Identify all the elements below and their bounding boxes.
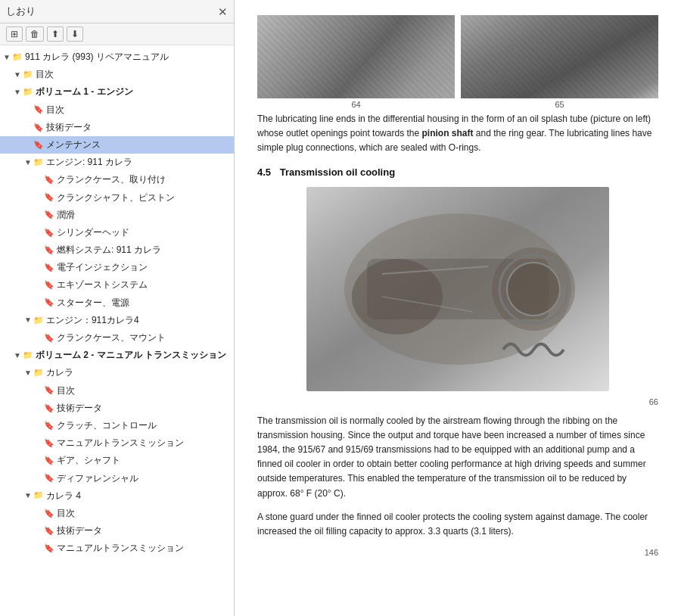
sidebar-tree: ▼📁911 カレラ (993) リペアマニュアル▼📁目次▼📁ボリューム 1 - … (0, 45, 234, 616)
tree-label-24: ギア、シャフト (57, 453, 120, 468)
tree-item-22[interactable]: 🔖クラッチ、コントロール (0, 417, 234, 434)
tree-item-15[interactable]: 🔖スターター、電源 (0, 294, 234, 312)
tree-label-21: 技術データ (57, 401, 102, 415)
bookmark-icon-20: 🔖 (44, 384, 54, 397)
tree-item-17[interactable]: 🔖クランクケース、マウント (0, 329, 234, 347)
sidebar-title: しおり (6, 5, 36, 18)
image-66-box (306, 187, 609, 391)
bookmark-icon-21: 🔖 (44, 402, 54, 415)
page-body: 64 65 The lubricating line ends in the d… (235, 0, 681, 616)
toggle-icon-2: ▼ (14, 69, 21, 81)
folder-icon-16: 📁 (33, 314, 44, 328)
tree-label-1: 911 カレラ (993) リペアマニュアル (25, 50, 169, 64)
tree-label-16: エンジン：911カレラ4 (46, 313, 139, 328)
tree-item-18[interactable]: ▼📁ボリューム 2 - マニュアル トランスミッション (0, 347, 234, 364)
tree-item-14[interactable]: 🔖エキゾーストシステム (0, 276, 234, 294)
folder-icon-7: 📁 (33, 156, 44, 170)
tree-label-12: 燃料システム: 911 カレラ (57, 243, 161, 257)
tree-item-11[interactable]: 🔖シリンダーヘッド (0, 224, 234, 241)
tree-label-19: カレラ (46, 366, 73, 380)
tree-label-5: 技術データ (46, 120, 92, 135)
tree-label-27: 目次 (57, 506, 75, 521)
tree-item-24[interactable]: 🔖ギア、シャフト (0, 452, 234, 469)
folder-icon-18: 📁 (23, 349, 33, 362)
tree-item-21[interactable]: 🔖技術データ (0, 400, 234, 417)
tree-item-2[interactable]: ▼📁目次 (0, 66, 234, 83)
folder-icon-26: 📁 (33, 489, 44, 502)
top-images-row: 64 65 (257, 15, 658, 109)
bookmark-icon-11: 🔖 (44, 226, 54, 240)
toggle-icon-3: ▼ (14, 86, 21, 98)
toggle-icon-16: ▼ (24, 314, 32, 326)
tree-label-14: エキゾーストシステム (57, 278, 148, 292)
tree-item-3[interactable]: ▼📁ボリューム 1 - エンジン (0, 83, 234, 101)
tree-item-16[interactable]: ▼📁エンジン：911カレラ4 (0, 312, 234, 329)
svg-point-5 (507, 263, 560, 316)
image-65 (461, 15, 658, 98)
tree-item-29[interactable]: 🔖マニュアルトランスミッション (0, 540, 234, 557)
sidebar-header: しおり ✕ (0, 0, 234, 23)
toolbar-delete-button[interactable]: 🗑 (26, 26, 44, 42)
tree-label-28: 技術データ (57, 524, 102, 538)
toggle-icon-26: ▼ (24, 490, 32, 502)
bookmark-icon-14: 🔖 (44, 278, 54, 292)
tree-item-23[interactable]: 🔖マニュアルトランスミッション (0, 434, 234, 452)
tree-item-19[interactable]: ▼📁カレラ (0, 364, 234, 381)
sidebar: しおり ✕ ⊞ 🗑 ⬆ ⬇ ▼📁911 カレラ (993) リペアマニュアル▼📁… (0, 0, 235, 616)
bookmark-icon-13: 🔖 (44, 261, 54, 275)
tree-item-26[interactable]: ▼📁カレラ 4 (0, 487, 234, 505)
toolbar-down-button[interactable]: ⬇ (67, 26, 83, 42)
tree-label-29: マニュアルトランスミッション (57, 541, 184, 555)
bookmark-icon-6: 🔖 (33, 138, 44, 152)
toggle-icon-1: ▼ (3, 51, 11, 64)
tree-item-10[interactable]: 🔖潤滑 (0, 207, 234, 224)
tree-item-8[interactable]: 🔖クランクケース、取り付け (0, 171, 234, 188)
tree-item-12[interactable]: 🔖燃料システム: 911 カレラ (0, 241, 234, 259)
bookmark-icon-29: 🔖 (44, 542, 54, 555)
toolbar-up-button[interactable]: ⬆ (47, 26, 64, 42)
tree-item-20[interactable]: 🔖目次 (0, 382, 234, 400)
image-64 (257, 15, 455, 98)
tree-item-27[interactable]: 🔖目次 (0, 505, 234, 522)
close-button[interactable]: ✕ (218, 6, 228, 17)
tree-label-2: 目次 (36, 67, 54, 82)
bookmark-icon-17: 🔖 (44, 331, 54, 345)
transmission-image-svg (322, 198, 594, 380)
tree-item-9[interactable]: 🔖クランクシャフト、ピストン (0, 189, 234, 207)
bookmark-icon-27: 🔖 (44, 507, 54, 521)
toggle-icon-7: ▼ (24, 157, 32, 169)
toggle-icon-18: ▼ (14, 350, 21, 362)
tree-item-4[interactable]: 🔖目次 (0, 101, 234, 119)
toolbar-grid-button[interactable]: ⊞ (6, 26, 23, 42)
main-content: 64 65 The lubricating line ends in the d… (235, 0, 681, 616)
tree-label-20: 目次 (57, 384, 75, 398)
folder-icon-2: 📁 (23, 68, 33, 82)
image-64-wrapper: 64 (257, 15, 455, 109)
tree-item-13[interactable]: 🔖電子インジェクション (0, 259, 234, 276)
folder-icon-19: 📁 (33, 366, 44, 380)
tree-item-25[interactable]: 🔖ディファレンシャル (0, 470, 234, 487)
bookmark-icon-25: 🔖 (44, 471, 54, 485)
folder-icon-3: 📁 (23, 86, 33, 99)
tree-label-3: ボリューム 1 - エンジン (36, 85, 133, 99)
tree-label-11: シリンダーヘッド (57, 226, 129, 240)
tree-item-6[interactable]: 🔖メンテナンス (0, 136, 234, 154)
tree-item-7[interactable]: ▼📁エンジン: 911 カレラ (0, 154, 234, 171)
tree-label-8: クランクケース、取り付け (57, 173, 166, 187)
tree-label-9: クランクシャフト、ピストン (57, 191, 175, 205)
bookmark-icon-22: 🔖 (44, 419, 54, 433)
bookmark-icon-28: 🔖 (44, 524, 54, 538)
bookmark-icon-4: 🔖 (33, 103, 44, 117)
tree-item-5[interactable]: 🔖技術データ (0, 119, 234, 136)
tree-label-10: 潤滑 (57, 208, 75, 222)
caption-66: 66 (257, 397, 658, 406)
tree-label-17: クランクケース、マウント (57, 331, 166, 345)
tree-label-26: カレラ 4 (46, 489, 81, 503)
paragraph-3: A stone guard under the finned oil coole… (257, 510, 658, 539)
tree-item-1[interactable]: ▼📁911 カレラ (993) リペアマニュアル (0, 48, 234, 66)
bookmark-icon-23: 🔖 (44, 437, 54, 450)
tree-label-18: ボリューム 2 - マニュアル トランスミッション (36, 348, 226, 362)
tree-item-28[interactable]: 🔖技術データ (0, 522, 234, 540)
caption-64: 64 (257, 100, 455, 109)
section-heading-4-5: 4.5 Transmission oil cooling (257, 166, 658, 178)
